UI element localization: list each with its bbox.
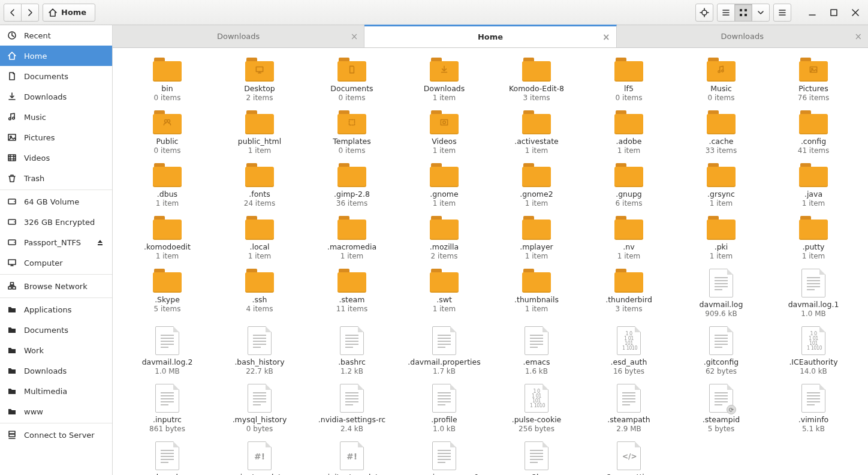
file-item[interactable]: Templates0 items [306, 107, 398, 157]
file-item[interactable]: .bash_history22.7 kB [213, 323, 306, 378]
file-item[interactable]: .grsync1 item [675, 160, 767, 210]
sidebar-item-documents[interactable]: Documents [0, 66, 112, 86]
window-maximize-button[interactable] [825, 4, 843, 22]
file-item[interactable]: .inputrc861 bytes [121, 380, 213, 435]
back-button[interactable] [4, 4, 22, 22]
file-item[interactable]: .mplayer1 item [490, 212, 583, 263]
file-item[interactable]: .profile1.0 kB [398, 380, 490, 435]
file-item[interactable]: davmail.log.21.0 MB [121, 323, 213, 378]
sidebar-item-applications[interactable]: Applications [0, 299, 112, 320]
sidebar-item-documents[interactable]: Documents [0, 320, 112, 340]
file-item[interactable]: .ssh4 items [213, 265, 306, 320]
file-item[interactable]: Desktop2 items [213, 54, 306, 104]
file-item[interactable]: .xboardrc [121, 438, 213, 475]
file-item[interactable]: .local1 item [213, 212, 306, 263]
sidebar-item-work[interactable]: Work [0, 340, 112, 360]
file-item[interactable]: ⟳.steampid5 bytes [675, 380, 767, 435]
file-item[interactable]: Documents0 items [306, 54, 398, 104]
file-item[interactable]: .y2log [490, 438, 583, 475]
file-item[interactable]: .cache33 items [675, 107, 767, 157]
file-item[interactable]: .pki1 item [675, 212, 767, 263]
sidebar-item-videos[interactable]: Videos [0, 148, 112, 168]
icon-view-button[interactable] [734, 4, 752, 22]
sidebar-item-recent[interactable]: Recent [0, 25, 112, 46]
file-item[interactable]: .steam11 items [306, 265, 398, 320]
file-item[interactable]: .xsession-errors-:0 [398, 438, 490, 475]
file-item[interactable]: Pictures76 items [767, 54, 860, 104]
file-item[interactable]: Komodo-Edit-83 items [490, 54, 583, 104]
file-item[interactable]: Public0 items [121, 107, 213, 157]
file-item[interactable]: .davmail.properties1.7 kB [398, 323, 490, 378]
file-item[interactable]: </>.y2usersettings [583, 438, 675, 475]
file-item[interactable]: #!.xinitrc.template [306, 438, 398, 475]
file-item[interactable]: .dbus1 item [121, 160, 213, 210]
file-item[interactable]: public_html1 item [213, 107, 306, 157]
file-item[interactable]: .mozilla2 items [398, 212, 490, 263]
sidebar-item-computer[interactable]: Computer [0, 252, 112, 273]
file-item[interactable]: .putty1 item [767, 212, 860, 263]
file-item[interactable]: .adobe1 item [583, 107, 675, 157]
file-item[interactable]: .macromedia1 item [306, 212, 398, 263]
sidebar-item-downloads[interactable]: Downloads [0, 86, 112, 107]
file-item[interactable]: davmail.log909.6 kB [675, 265, 767, 320]
file-item[interactable]: .steampath2.9 MB [583, 380, 675, 435]
forward-button[interactable] [21, 4, 39, 22]
file-item[interactable]: .gitconfig62 bytes [675, 323, 767, 378]
file-item[interactable]: .activestate1 item [490, 107, 583, 157]
file-item[interactable]: .mysql_history0 bytes [213, 380, 306, 435]
tab-close-button[interactable]: × [854, 31, 862, 42]
file-item[interactable]: 1 01 011011 1010.ICEauthority14.0 kB [767, 323, 860, 378]
sidebar-item-downloads[interactable]: Downloads [0, 360, 112, 381]
file-item[interactable]: #!.xim.template [213, 438, 306, 475]
sidebar-item-multimedia[interactable]: Multimedia [0, 381, 112, 401]
sidebar-item-326-gb-encrypted[interactable]: 326 GB Encrypted [0, 212, 112, 232]
file-item[interactable]: bin0 items [121, 54, 213, 104]
tab-close-button[interactable]: × [351, 31, 358, 42]
file-item[interactable]: .thunderbird3 items [583, 265, 675, 320]
file-item[interactable]: 1 01 011011 1010.esd_auth16 bytes [583, 323, 675, 378]
eject-icon[interactable] [95, 237, 105, 247]
window-minimize-button[interactable] [803, 4, 821, 22]
file-item[interactable]: .gnome1 item [398, 160, 490, 210]
file-item[interactable]: Videos1 item [398, 107, 490, 157]
file-item[interactable]: .config41 items [767, 107, 860, 157]
file-item[interactable]: .swt1 item [398, 265, 490, 320]
window-close-button[interactable] [846, 4, 864, 22]
sidebar-item-64-gb-volume[interactable]: 64 GB Volume [0, 191, 112, 212]
file-grid-scroll[interactable]: bin0 itemsDesktop2 itemsDocuments0 items… [113, 48, 868, 475]
list-view-button[interactable] [717, 4, 735, 22]
tab-home-1[interactable]: Home× [364, 25, 616, 47]
sidebar-item-home[interactable]: Home [0, 46, 112, 66]
tab-downloads-0[interactable]: Downloads× [113, 25, 364, 47]
file-item[interactable]: .thumbnails1 item [490, 265, 583, 320]
sidebar-item-pictures[interactable]: Pictures [0, 127, 112, 148]
file-item[interactable]: .gnupg6 items [583, 160, 675, 210]
sidebar-item-trash[interactable]: Trash [0, 168, 112, 188]
file-item[interactable]: .bashrc1.2 kB [306, 323, 398, 378]
file-item[interactable]: .nvidia-settings-rc2.4 kB [306, 380, 398, 435]
file-item[interactable]: 1 01 011011 1010.pulse-cookie256 bytes [490, 380, 583, 435]
path-button[interactable]: Home [43, 4, 95, 22]
sidebar-item-music[interactable]: Music [0, 107, 112, 127]
sidebar-item-connect-to-server[interactable]: Connect to Server [0, 425, 112, 445]
view-dropdown-button[interactable] [752, 4, 770, 22]
sidebar-item-browse-network[interactable]: Browse Network [0, 276, 112, 296]
file-item[interactable]: .nv1 item [583, 212, 675, 263]
locate-button[interactable] [695, 4, 713, 22]
sidebar-item-passport-ntfs[interactable]: Passport_NTFS [0, 232, 112, 252]
hamburger-menu-button[interactable] [773, 4, 791, 22]
file-item[interactable]: davmail.log.11.0 MB [767, 265, 860, 320]
file-item[interactable]: Music0 items [675, 54, 767, 104]
tab-close-button[interactable]: × [602, 32, 610, 43]
file-item[interactable]: lf50 items [583, 54, 675, 104]
file-item[interactable]: .gimp-2.836 items [306, 160, 398, 210]
file-item[interactable]: .komodoedit1 item [121, 212, 213, 263]
file-item[interactable]: .gnome21 item [490, 160, 583, 210]
file-item[interactable]: .fonts24 items [213, 160, 306, 210]
file-item[interactable]: .java1 item [767, 160, 860, 210]
file-item[interactable]: Downloads1 item [398, 54, 490, 104]
tab-downloads-2[interactable]: Downloads× [617, 25, 868, 47]
file-item[interactable]: .emacs1.6 kB [490, 323, 583, 378]
file-item[interactable]: .Skype5 items [121, 265, 213, 320]
sidebar-item-www[interactable]: www [0, 401, 112, 422]
